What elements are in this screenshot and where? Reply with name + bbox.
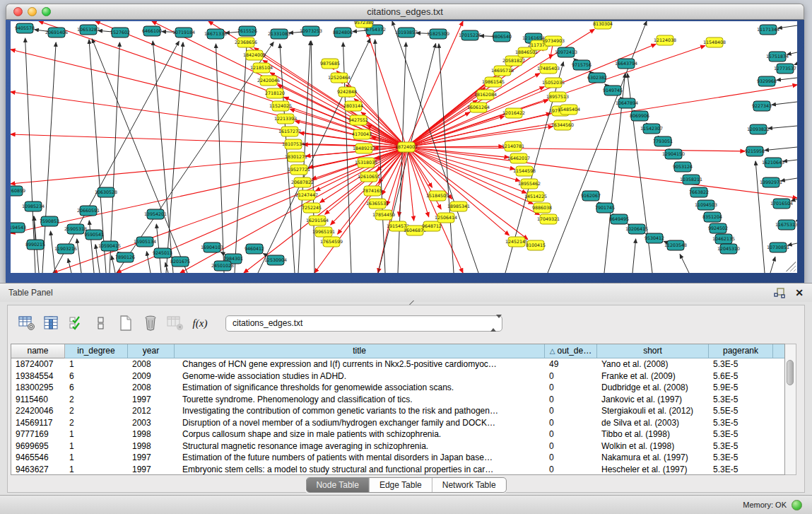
graph-node[interactable]: 7901745 [595,203,615,213]
graph-node[interactable]: 9405578 [15,23,35,33]
panel-divider-grip[interactable] [408,300,415,305]
graph-edge[interactable] [632,239,636,273]
graph-edge[interactable] [166,42,183,273]
graph-node[interactable]: 9875685 [320,59,340,69]
graph-node[interactable]: 9194543 [11,223,26,233]
column-header-short[interactable]: short [597,344,709,358]
graph-node[interactable]: 17485403 [537,64,560,74]
graph-node[interactable]: 16904103 [201,243,223,252]
table-mode-icon[interactable] [18,314,36,332]
tab-network-table[interactable]: Network Table [433,478,506,492]
graph-node[interactable]: 7615526 [237,26,257,36]
graph-node[interactable]: 18724007 [395,142,418,152]
graph-node[interactable]: 20660591 [77,206,100,216]
graph-node[interactable]: 12093822 [747,124,770,134]
graph-edge[interactable] [25,38,35,273]
graph-node[interactable]: 9149745 [603,86,623,95]
table-vertical-scrollbar[interactable] [785,344,796,475]
graph-node[interactable]: 16291564 [306,216,329,226]
graph-node[interactable]: 8649495 [609,214,629,224]
graph-edge[interactable] [95,245,100,273]
graph-edge[interactable] [235,41,247,273]
close-panel-icon[interactable]: ✕ [795,287,804,298]
graph-node[interactable]: 10630528 [95,187,117,197]
graph-node[interactable]: 9530412 [645,233,664,243]
graph-edge[interactable] [772,102,797,105]
graph-node[interactable]: 8069906 [630,111,649,121]
graph-edge[interactable] [77,239,81,273]
table-row[interactable]: 946554611997Estimation of the future num… [11,452,784,464]
graph-node[interactable]: 12016422 [502,108,525,118]
graph-node[interactable]: 15052035 [542,78,565,88]
graph-node[interactable]: 7663822 [689,187,709,197]
table-row[interactable]: 2242004622012Investigating the contribut… [11,405,784,417]
graph-node[interactable]: 8100415 [526,240,546,250]
table-row[interactable]: 1938455462009Genome-wide association stu… [11,370,784,382]
graph-node[interactable]: 9427552 [348,115,368,125]
graph-node[interactable]: 9162067 [581,191,601,201]
tab-node-table[interactable]: Node Table [306,478,370,492]
graph-node[interactable]: 12124038 [654,35,676,45]
graph-node[interactable]: 12140781 [502,141,524,151]
graph-edge[interactable] [680,255,689,273]
graph-node[interactable]: 12213393 [274,114,297,124]
graph-edge[interactable] [781,178,797,181]
graph-edge[interactable] [51,231,55,273]
graph-node[interactable]: 11544598 [513,166,536,176]
graph-node[interactable]: 12904150 [662,149,685,159]
column-header-out_de[interactable]: △out_de… [545,344,597,358]
graph-node[interactable]: 16344560 [551,120,574,130]
graph-node[interactable]: 4170043 [352,129,372,139]
graph-node[interactable]: 10972413 [555,47,577,57]
graph-node[interactable]: 20691406 [45,28,68,37]
graph-edge[interactable] [770,257,775,273]
graph-edge[interactable] [11,49,406,147]
graph-node[interactable]: 16157277 [278,127,301,136]
graph-node[interactable]: 15318035 [355,158,377,168]
graph-node[interactable]: 7874165 [363,186,382,196]
graph-node[interactable]: 9242848 [337,87,357,97]
graph-node[interactable]: 17049321 [537,214,560,224]
graph-node[interactable]: 12530904 [264,255,287,265]
graph-node[interactable]: 11524025 [269,101,292,111]
graph-node[interactable]: 1527602 [110,28,130,37]
graph-edge[interactable] [53,41,179,273]
graph-node[interactable]: 22368656 [235,37,257,47]
graph-node[interactable]: 13992971 [760,177,782,187]
graph-edge[interactable] [406,147,526,193]
column-header-title[interactable]: title [175,344,545,358]
graph-node[interactable]: 19965191 [312,227,335,237]
graph-node[interactable]: 8990215 [25,240,45,250]
graph-node[interactable]: 7890126 [115,252,135,262]
graph-node[interactable]: 17654599 [320,237,343,247]
graph-edge[interactable] [152,21,406,147]
graph-node[interactable]: 10462135 [712,234,735,244]
table-row[interactable]: 1830029562008Estimation of significance … [11,382,784,394]
float-panel-icon[interactable] [774,287,785,298]
column-header-pagerank[interactable]: pagerank [709,344,773,358]
graph-node[interactable]: 10647894 [616,98,638,108]
graph-node[interactable]: 12773537 [774,64,796,74]
graph-node[interactable]: 11548408 [703,37,726,47]
graph-node[interactable]: 22420046 [257,76,280,86]
graph-node[interactable]: 13954201 [144,209,167,219]
graph-node[interactable]: 21331083 [268,29,290,39]
graph-node[interactable]: 12185104 [250,63,273,73]
graph-node[interactable]: 18301271 [285,152,307,162]
window-resize-grip[interactable] [786,262,796,271]
graph-node[interactable]: 17016504 [770,199,793,209]
graph-node[interactable]: 19734903 [542,36,565,46]
graph-node[interactable]: 6302382 [587,73,607,83]
column-header-year[interactable]: year [128,344,175,358]
graph-edge[interactable] [406,147,745,151]
table-selector-dropdown[interactable]: citations_edges.txt [225,315,502,332]
graph-node[interactable]: 10358211 [680,175,702,185]
graph-node[interactable]: 9806540 [492,32,512,42]
graph-node[interactable]: 16462017 [507,153,530,163]
graph-node[interactable]: 10193857 [395,28,418,37]
graph-edge[interactable] [439,44,454,273]
tab-edge-table[interactable]: Edge Table [370,478,433,492]
graph-edge[interactable] [796,221,797,221]
graph-node[interactable]: 24501028 [211,261,234,271]
graph-node[interactable]: 10730851 [767,243,789,252]
